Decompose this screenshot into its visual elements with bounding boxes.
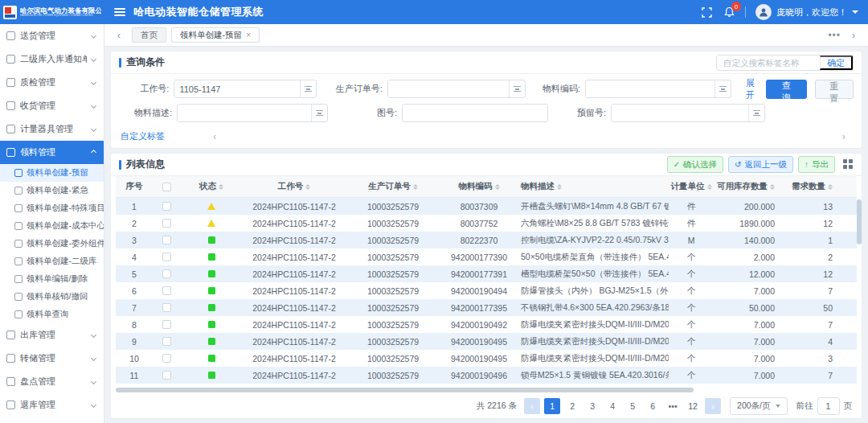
order-no-input[interactable] [388, 80, 509, 97]
column-header-material-desc[interactable]: 物料描述 [518, 181, 669, 192]
table-row[interactable]: 5 2024HPC1105-1147-2 10003252579 9420001… [116, 265, 857, 282]
sidebar-subitem-writeoff-recall[interactable]: 领料单核销/撤回 [0, 288, 104, 306]
drawing-no-input[interactable] [403, 105, 547, 121]
table-row[interactable]: 10 2024HPC1105-1147-2 10003252579 942000… [116, 350, 857, 367]
sidebar-item-material-requisition[interactable]: 领料管理 [0, 141, 104, 164]
export-button[interactable]: ↑ 导出 [798, 156, 835, 173]
confirm-tag-button[interactable]: 确定 [820, 55, 853, 70]
column-header-order-no[interactable]: 生产订单号 [346, 181, 440, 192]
material-desc-input[interactable] [178, 105, 311, 121]
tabs-scroll-left-icon[interactable]: ‹ [111, 28, 127, 43]
row-checkbox[interactable] [162, 219, 171, 228]
row-checkbox[interactable] [162, 253, 171, 261]
material-code-input[interactable] [586, 80, 714, 97]
list-picker-icon[interactable] [748, 105, 764, 121]
page-button[interactable]: 2 [564, 398, 580, 414]
sidebar-subitem-create-reserve[interactable]: 领料单创建-预留 [0, 164, 104, 182]
tabs-more-icon[interactable]: ••• [828, 30, 841, 41]
custom-tag-name-input[interactable] [717, 55, 820, 70]
page-button[interactable]: 1 [544, 398, 560, 414]
table-row[interactable]: 9 2024HPC1105-1147-2 10003252579 9420001… [116, 333, 857, 350]
confirm-select-button[interactable]: ✓ 确认选择 [667, 156, 723, 173]
list-picker-icon[interactable] [300, 80, 316, 97]
sort-icon[interactable] [219, 184, 223, 190]
sort-icon[interactable] [413, 184, 418, 190]
sort-icon[interactable] [495, 184, 500, 190]
table-row[interactable]: 12 2024HPC1105-1147-3 10003252578 942000… [116, 384, 857, 386]
page-size-select[interactable]: 200条/页 [730, 397, 787, 415]
tabs-scroll-right-icon[interactable]: › [845, 28, 862, 43]
sidebar-subitem-create-special-project[interactable]: 领料单创建-特殊项目 [0, 199, 104, 217]
list-picker-icon[interactable] [311, 105, 327, 121]
sidebar-item-receiving[interactable]: 收货管理 [0, 94, 104, 117]
page-button[interactable]: 6 [645, 398, 661, 414]
column-header-material-code[interactable]: 物料编码 [440, 181, 518, 192]
page-button[interactable]: 5 [624, 398, 641, 414]
sort-icon[interactable] [770, 184, 775, 190]
sidebar-subitem-create-urgent[interactable]: 领料单创建-紧急 [0, 182, 104, 199]
row-checkbox[interactable] [162, 337, 171, 346]
sidebar-subitem-query[interactable]: 领料单查询 [0, 306, 104, 323]
column-header-stock-qty[interactable]: 可用库存数量 [714, 181, 786, 192]
table-row[interactable]: 11 2024HPC1105-1147-2 10003252579 942000… [116, 367, 857, 384]
row-checkbox[interactable] [162, 320, 171, 329]
sort-icon[interactable] [828, 184, 833, 190]
column-header-unit[interactable]: 计量单位 [669, 181, 714, 192]
user-menu[interactable]: 庞晓明，欢迎您！ [755, 4, 858, 20]
goto-page-input[interactable] [817, 397, 840, 415]
table-row[interactable]: 3 2024HPC1105-1147-2 10003252579 8022237… [116, 232, 857, 248]
row-checkbox[interactable] [162, 354, 171, 363]
sidebar-subitem-edit-delete[interactable]: 领料单编辑/删除 [0, 270, 104, 288]
row-checkbox[interactable] [162, 236, 171, 244]
table-row[interactable]: 1 2024HPC1105-1147-2 10003252579 8003730… [116, 198, 857, 215]
sidebar-item-return[interactable]: 退库管理 [0, 393, 104, 417]
sidebar-item-outbound[interactable]: 出库管理 [0, 323, 104, 347]
custom-tags-link[interactable]: 自定义标签 [121, 130, 165, 142]
select-all-checkbox[interactable] [162, 183, 171, 191]
table-row[interactable]: 4 2024HPC1105-1147-2 10003252579 9420001… [116, 248, 857, 265]
collapse-menu-icon[interactable] [114, 8, 125, 16]
page-button[interactable]: 4 [604, 398, 620, 414]
column-header-work-no[interactable]: 工作号 [243, 181, 346, 192]
column-header-demand-qty[interactable]: 需求数量 [786, 181, 849, 192]
sidebar-item-delivery[interactable]: 送货管理 [0, 24, 104, 47]
column-header-status[interactable]: 状态 [180, 181, 243, 192]
sidebar-item-secondary-inbound-notice[interactable]: 二级库入库通知单 [0, 47, 104, 71]
tags-scroll-right-icon[interactable]: › [842, 130, 845, 142]
sidebar-subitem-create-outsourced[interactable]: 领料单创建-委外组件 [0, 235, 104, 253]
back-up-level-button[interactable]: ↺ 返回上一级 [728, 156, 793, 173]
sidebar-item-stocktake[interactable]: 盘点管理 [0, 370, 104, 393]
column-settings-icon[interactable] [843, 159, 854, 170]
sidebar-item-measuring-tools[interactable]: 计量器具管理 [0, 117, 104, 141]
vertical-scrollbar-thumb[interactable] [857, 199, 862, 244]
tab-requisition-create-reserve[interactable]: 领料单创建-预留 × [171, 27, 260, 43]
page-button[interactable]: 12 [685, 398, 701, 414]
search-button[interactable]: 查 询 [766, 80, 806, 99]
page-button[interactable]: ••• [665, 398, 681, 414]
sidebar-item-transfer[interactable]: 转储管理 [0, 347, 104, 370]
tags-scroll-left-icon[interactable]: ‹ [213, 130, 216, 142]
list-picker-icon[interactable] [509, 80, 525, 97]
table-row[interactable]: 7 2024HPC1105-1147-2 10003252579 9420001… [116, 299, 857, 316]
sidebar-item-quality[interactable]: 质检管理 [0, 71, 104, 94]
table-row[interactable]: 6 2024HPC1105-1147-2 10003252579 9420001… [116, 282, 857, 299]
row-checkbox[interactable] [162, 303, 171, 312]
prev-page-button[interactable]: ‹ [524, 398, 540, 414]
table-row[interactable]: 2 2024HPC1105-1147-2 10003252579 8003775… [116, 215, 857, 232]
sidebar-subitem-create-secondary-store[interactable]: 领料单创建-二级库 [0, 253, 104, 270]
reserve-no-input[interactable] [612, 105, 748, 121]
tab-home[interactable]: 首页 [132, 27, 166, 43]
sidebar-subitem-create-cost-center[interactable]: 领料单创建-成本中心 [0, 217, 104, 235]
next-page-button[interactable]: › [705, 398, 721, 414]
row-checkbox[interactable] [162, 269, 171, 278]
row-checkbox[interactable] [162, 286, 171, 295]
expand-filters-button[interactable]: 展开 [743, 77, 759, 101]
table-row[interactable]: 8 2024HPC1105-1147-2 10003252579 9420001… [116, 316, 857, 333]
reset-button[interactable]: 重 置 [815, 80, 854, 99]
notification-bell-icon[interactable]: 0 [723, 6, 735, 18]
sort-icon[interactable] [707, 184, 712, 190]
sort-icon[interactable] [305, 184, 310, 190]
close-icon[interactable]: × [246, 31, 251, 39]
work-no-input[interactable] [174, 80, 300, 97]
sort-icon[interactable] [557, 184, 562, 190]
